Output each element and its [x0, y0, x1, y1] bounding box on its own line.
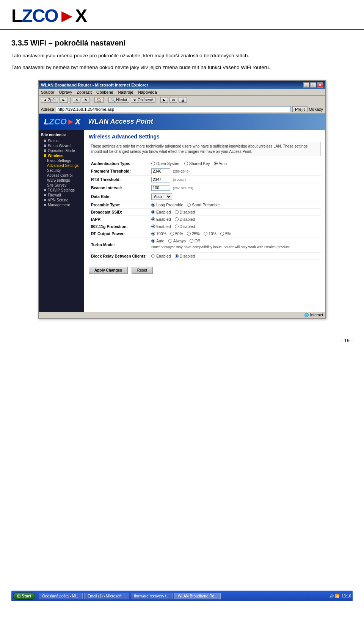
status-internet: 🌐 Internet: [304, 313, 323, 317]
radio-shared-key[interactable]: Shared Key: [184, 161, 210, 166]
stop-button[interactable]: ✕: [73, 97, 80, 103]
label-iapp: IAPP:: [89, 215, 149, 223]
radio-rf-5[interactable]: 5%: [220, 231, 231, 236]
radio-80211g: Enabled Disabled: [151, 224, 318, 229]
sidebar-dot-firewall: [44, 194, 46, 196]
internet-label: Internet: [310, 313, 323, 317]
refresh-button[interactable]: ↻: [82, 97, 89, 103]
radio-rf-50[interactable]: 50%: [170, 231, 183, 236]
menu-napoveda[interactable]: Nápověda: [138, 90, 157, 94]
radio-rf-power: 100% 50% 25%: [151, 231, 318, 236]
mail-button[interactable]: ✉: [169, 97, 177, 103]
hint-beacon: (20-1024 ms): [173, 186, 193, 190]
home-button[interactable]: 🏠: [94, 97, 104, 103]
browser-controls: _ □ ✕: [303, 82, 323, 88]
sidebar-label-mgmt: Management: [48, 203, 70, 207]
radio-rf-10[interactable]: 10%: [204, 231, 217, 236]
sidebar-item-wds[interactable]: WDS settings: [41, 178, 82, 183]
toolbar-sep-3: [106, 97, 106, 104]
radio-label-long: Long Preamble: [156, 203, 183, 207]
sidebar-dot-mgmt: [44, 204, 46, 206]
back-button[interactable]: ◄ Zpět: [41, 97, 58, 103]
radio-label-rf-10: 10%: [209, 231, 217, 236]
radio-rf-25[interactable]: 25%: [187, 231, 200, 236]
radio-turbo-always[interactable]: Always: [168, 239, 186, 243]
radio-bssid-enabled[interactable]: Enabled: [151, 210, 171, 214]
radio-iapp-enabled[interactable]: Enabled: [151, 217, 171, 222]
sidebar-item-tcpip[interactable]: TCP/IP Settings: [41, 188, 82, 193]
sidebar-item-status[interactable]: Status: [41, 138, 82, 143]
radio-rf-100[interactable]: 100%: [151, 231, 166, 236]
radio-relay-disabled[interactable]: Disabled: [175, 254, 195, 258]
value-rf-power: 100% 50% 25%: [149, 230, 321, 237]
sidebar-item-vpn[interactable]: VPN Setting: [41, 198, 82, 203]
radio-iapp-disabled[interactable]: Disabled: [175, 217, 195, 222]
input-rts[interactable]: [151, 177, 170, 182]
radio-turbo-off[interactable]: Off: [190, 239, 200, 243]
sidebar-item-access[interactable]: Access Control: [41, 173, 82, 178]
menu-zobrazit[interactable]: Zobrazit: [77, 90, 92, 94]
label-bssid: Broadcast SSID:: [89, 208, 149, 215]
radio-circle-relay-en: [151, 254, 155, 258]
select-datarate[interactable]: Auto: [151, 193, 172, 200]
setting-beacon: Beacon Interval: (20-1024 ms): [89, 184, 321, 192]
radio-long-preamble[interactable]: Long Preamble: [151, 203, 183, 207]
radio-label-open: Open System: [156, 161, 180, 166]
menu-nastroje[interactable]: Nástroje: [118, 90, 133, 94]
sidebar-item-opmode[interactable]: Operation Mode: [41, 148, 82, 153]
maximize-button[interactable]: □: [310, 82, 316, 88]
input-fragment[interactable]: [151, 168, 170, 174]
menu-oblibene[interactable]: Oblíbené: [96, 90, 113, 94]
minimize-button[interactable]: _: [303, 82, 309, 88]
search-button[interactable]: 🔍 Hledat: [108, 97, 130, 103]
radio-turbo-auto[interactable]: Auto: [151, 239, 165, 243]
radio-short-preamble[interactable]: Short Preamble: [187, 203, 220, 207]
radio-relay-enabled[interactable]: Enabled: [151, 254, 171, 258]
radio-80211g-enabled[interactable]: Enabled: [151, 224, 171, 229]
media-button[interactable]: ▶: [160, 97, 168, 103]
label-preamble: Preamble Type:: [89, 201, 149, 208]
setting-datarate: Data Rate: Auto: [89, 192, 321, 201]
taskbar-item-email[interactable]: Email (1) - Microsoft ...: [84, 593, 129, 599]
forward-button[interactable]: ►: [60, 97, 68, 103]
menu-upravy[interactable]: Úpravy: [59, 90, 72, 94]
input-beacon[interactable]: [151, 185, 170, 191]
taskbar-item-mail[interactable]: Odeslaná pošta - Mi...: [39, 593, 83, 599]
radio-bssid-disabled[interactable]: Disabled: [175, 210, 195, 214]
radio-circle-iapp-dis: [175, 217, 179, 221]
sidebar-item-security[interactable]: Security: [41, 168, 82, 173]
sidebar-item-basic[interactable]: Basic Settings: [41, 158, 82, 163]
radio-open-system[interactable]: Open System: [151, 161, 180, 166]
label-auth-type: Authentication Type:: [89, 160, 149, 167]
print-button[interactable]: 🖨: [179, 97, 187, 103]
taskbar-item-wlan[interactable]: WLAN Broadband Ro...: [174, 593, 221, 599]
taskbar-time: 13:10: [342, 594, 351, 598]
start-button[interactable]: ⊞ Start: [13, 593, 35, 600]
radio-auto[interactable]: Auto: [214, 161, 227, 166]
radio-circle-bssid-en: [151, 210, 155, 214]
apply-button[interactable]: Apply Changes: [89, 267, 128, 274]
address-label: Adresa: [41, 107, 54, 112]
sidebar-label-vpn: VPN Setting: [48, 198, 68, 202]
radio-circle-shared: [184, 162, 188, 165]
sidebar-item-survey[interactable]: Site Survey: [41, 183, 82, 188]
go-button[interactable]: Přejít: [292, 106, 308, 112]
favorites-button[interactable]: ★ Oblíbené: [131, 97, 155, 103]
sidebar-item-advanced[interactable]: Advanced Settings: [41, 163, 82, 168]
address-input[interactable]: [56, 106, 291, 112]
radio-label-iapp-dis: Disabled: [180, 217, 195, 222]
sidebar-item-mgmt[interactable]: Management: [41, 203, 82, 207]
radio-label-rf-25: 25%: [192, 231, 200, 236]
sidebar-item-firewall[interactable]: Firewall: [41, 193, 82, 198]
reset-button[interactable]: Reset: [132, 267, 153, 274]
sidebar-item-setup[interactable]: Setup Wizard: [41, 143, 82, 148]
menu-soubor[interactable]: Soubor: [41, 90, 54, 94]
radio-circle-rf-10: [204, 232, 207, 236]
close-button[interactable]: ✕: [317, 82, 323, 88]
sidebar-item-wireless[interactable]: Wireless: [41, 153, 82, 158]
radio-80211g-disabled[interactable]: Disabled: [175, 224, 195, 229]
radio-circle-iapp-en: [151, 217, 155, 221]
radio-label-iapp-en: Enabled: [156, 217, 171, 222]
sidebar-label-wireless: Wireless: [48, 154, 63, 158]
taskbar-item-firmware[interactable]: firmware recovery t...: [131, 593, 173, 599]
